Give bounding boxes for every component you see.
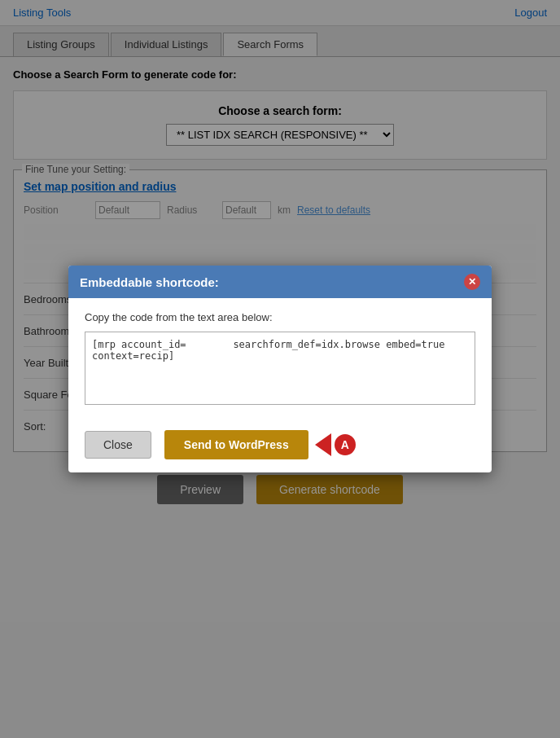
shortcode-textarea[interactable]: [85, 332, 475, 405]
close-modal-button[interactable]: Close: [85, 431, 151, 459]
modal-close-x-button[interactable]: ✕: [464, 274, 480, 290]
modal-title: Embeddable shortcode:: [80, 275, 219, 289]
modal-overlay: Embeddable shortcode: ✕ Copy the code fr…: [0, 0, 560, 738]
red-arrow-icon: [315, 433, 331, 456]
send-wp-group: Send to WordPress A: [164, 430, 356, 459]
send-to-wordpress-button[interactable]: Send to WordPress: [164, 430, 308, 459]
page-wrapper: Listing Tools Logout Listing Groups Indi…: [0, 0, 560, 738]
modal-body: Copy the code from the text area below:: [68, 298, 492, 420]
embeddable-shortcode-modal: Embeddable shortcode: ✕ Copy the code fr…: [68, 266, 492, 472]
modal-footer: Close Send to WordPress A: [68, 420, 492, 472]
circle-a-badge: A: [335, 434, 356, 455]
modal-header: Embeddable shortcode: ✕: [68, 266, 492, 298]
modal-instruction: Copy the code from the text area below:: [85, 311, 475, 323]
